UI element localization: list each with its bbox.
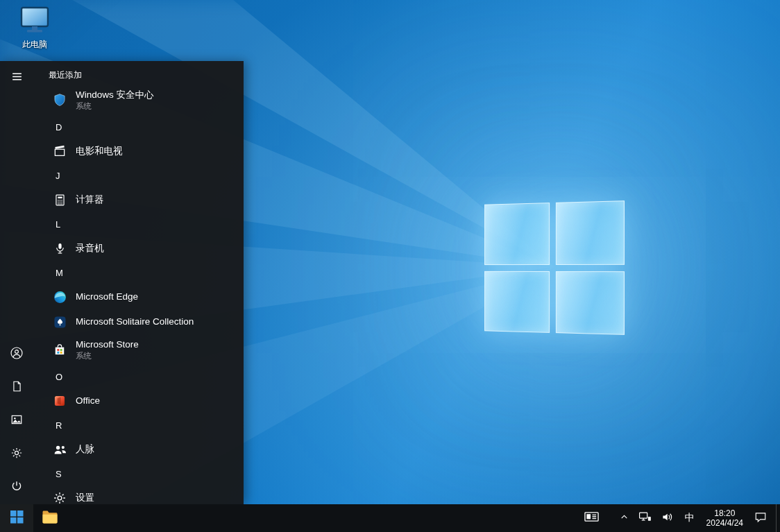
settings-button[interactable] bbox=[0, 438, 33, 471]
power-button[interactable] bbox=[0, 471, 33, 504]
app-windows-security[interactable]: Windows 安全中心 系统 bbox=[33, 85, 244, 115]
settings-icon bbox=[10, 447, 23, 462]
app-label: 录音机 bbox=[76, 243, 104, 254]
app-label: 电影和电视 bbox=[76, 146, 123, 157]
logo-pane bbox=[555, 200, 625, 264]
start-menu: 最近添加 Windows 安全中心 系统 D bbox=[0, 61, 244, 504]
letter-header-o[interactable]: O bbox=[33, 365, 244, 388]
volume-icon bbox=[661, 511, 675, 526]
power-icon bbox=[10, 480, 23, 495]
settings-icon bbox=[51, 490, 68, 504]
app-label: 计算器 bbox=[76, 194, 104, 205]
show-desktop-button[interactable] bbox=[776, 504, 780, 532]
letter-header-r[interactable]: R bbox=[33, 413, 244, 437]
action-center-button[interactable] bbox=[749, 504, 772, 532]
edge-icon bbox=[51, 289, 68, 305]
app-office[interactable]: Office bbox=[33, 388, 244, 413]
logo-pane bbox=[484, 271, 550, 333]
app-people[interactable]: 人脉 bbox=[33, 437, 244, 462]
taskbar: 中 18:20 2024/4/24 bbox=[0, 504, 780, 532]
people-icon bbox=[51, 441, 68, 458]
store-icon bbox=[51, 341, 68, 358]
app-label: 人脉 bbox=[76, 444, 94, 455]
app-label: 设置 bbox=[76, 492, 94, 504]
chevron-up-icon bbox=[620, 512, 629, 524]
expand-menu-button[interactable] bbox=[0, 61, 33, 94]
logo-pane bbox=[555, 271, 625, 335]
start-app-list: 最近添加 Windows 安全中心 系统 D bbox=[33, 61, 244, 504]
app-label: Windows 安全中心 bbox=[76, 89, 154, 101]
this-pc-icon bbox=[19, 6, 51, 37]
documents-button[interactable] bbox=[0, 371, 33, 404]
voice-recorder-icon bbox=[51, 240, 68, 257]
ime-mode-button[interactable]: 中 bbox=[679, 504, 700, 532]
app-movies-tv[interactable]: 电影和电视 bbox=[33, 139, 244, 164]
clock-time: 18:20 bbox=[714, 508, 735, 518]
letter-header-m[interactable]: M bbox=[33, 261, 244, 284]
letter-header-d[interactable]: D bbox=[33, 115, 244, 139]
menu-icon bbox=[11, 71, 23, 85]
windows-flag-icon bbox=[10, 510, 24, 526]
calculator-icon bbox=[51, 191, 68, 208]
app-sublabel: 系统 bbox=[76, 351, 139, 361]
documents-icon bbox=[11, 380, 23, 395]
user-icon bbox=[10, 346, 24, 363]
app-sublabel: 系统 bbox=[76, 101, 154, 111]
app-microsoft-store[interactable]: Microsoft Store 系统 bbox=[33, 334, 244, 365]
action-center-icon bbox=[754, 511, 767, 526]
letter-header-l[interactable]: L bbox=[33, 212, 244, 236]
desktop: 此电脑 bbox=[0, 0, 780, 532]
app-label: Microsoft Solitaire Collection bbox=[76, 316, 194, 327]
file-explorer-icon bbox=[42, 509, 58, 527]
app-label: Microsoft Edge bbox=[76, 291, 138, 302]
wallpaper-windows-logo bbox=[484, 200, 625, 335]
office-icon bbox=[51, 393, 68, 409]
desktop-icon-this-pc[interactable]: 此电脑 bbox=[7, 6, 62, 51]
letter-header-j[interactable]: J bbox=[33, 164, 244, 187]
network-icon bbox=[638, 511, 652, 526]
touch-keyboard-icon bbox=[584, 511, 599, 525]
user-account-button[interactable] bbox=[0, 338, 33, 371]
letter-header-s[interactable]: S bbox=[33, 462, 244, 486]
app-solitaire-collection[interactable]: Microsoft Solitaire Collection bbox=[33, 309, 244, 334]
pictures-icon bbox=[10, 413, 23, 429]
network-button[interactable] bbox=[634, 504, 656, 532]
app-label: Microsoft Store bbox=[76, 339, 139, 350]
app-microsoft-edge[interactable]: Microsoft Edge bbox=[33, 284, 244, 309]
app-calculator[interactable]: 计算器 bbox=[33, 187, 244, 212]
solitaire-icon bbox=[51, 314, 68, 330]
app-settings[interactable]: 设置 bbox=[33, 486, 244, 504]
windows-security-icon bbox=[51, 92, 68, 108]
logo-pane bbox=[484, 203, 550, 265]
clock-date: 2024/4/24 bbox=[706, 518, 743, 528]
pictures-button[interactable] bbox=[0, 404, 33, 438]
movies-tv-icon bbox=[51, 143, 68, 160]
touch-keyboard-button[interactable] bbox=[579, 504, 604, 532]
system-tray: 中 18:20 2024/4/24 bbox=[579, 504, 780, 532]
taskbar-clock[interactable]: 18:20 2024/4/24 bbox=[700, 504, 749, 532]
app-label: Office bbox=[76, 395, 100, 406]
start-menu-rail bbox=[0, 61, 33, 504]
desktop-icon-label: 此电脑 bbox=[22, 39, 47, 51]
start-button[interactable] bbox=[0, 504, 33, 532]
volume-button[interactable] bbox=[656, 504, 679, 532]
recently-added-header: 最近添加 bbox=[33, 61, 244, 85]
app-voice-recorder[interactable]: 录音机 bbox=[33, 236, 244, 261]
tray-overflow-button[interactable] bbox=[615, 504, 634, 532]
file-explorer-button[interactable] bbox=[33, 504, 67, 532]
